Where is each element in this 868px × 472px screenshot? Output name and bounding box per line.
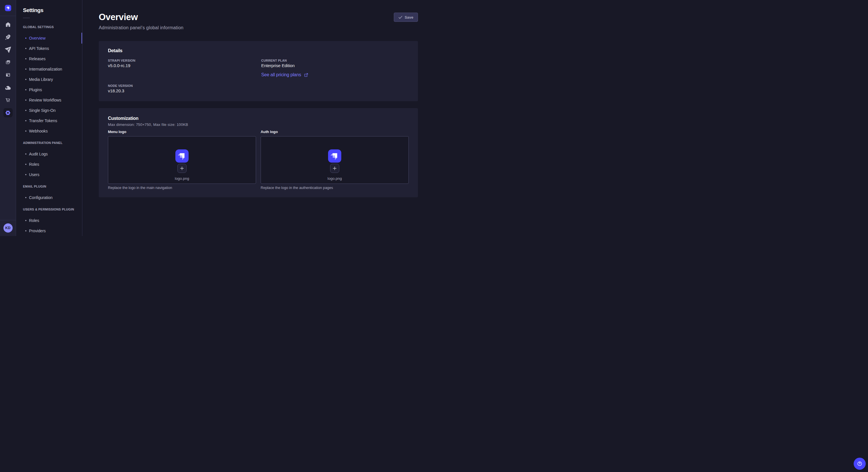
- menu-logo-input: logo.png: [108, 136, 256, 184]
- auth-logo-input: logo.png: [260, 136, 409, 184]
- plus-icon: [332, 166, 337, 171]
- subnav-item-providers[interactable]: Providers: [16, 226, 82, 236]
- subnav-item-label: Media Library: [29, 77, 53, 82]
- subnav-item-label: Review Workflows: [29, 98, 61, 102]
- bullet-icon: [25, 58, 26, 59]
- customization-card: Customization Max dimension: 750×750, Ma…: [99, 108, 418, 197]
- menu-logo-image: [175, 149, 189, 163]
- auth-logo-add-button[interactable]: [330, 164, 339, 173]
- bullet-icon: [25, 79, 26, 80]
- cloud-icon: [5, 86, 11, 90]
- subnav-item-transfer-tokens[interactable]: Transfer Tokens: [16, 115, 82, 126]
- subnav-item-label: Users: [29, 172, 39, 177]
- subnav-item-label: Internationalization: [29, 67, 62, 71]
- bullet-icon: [25, 38, 26, 39]
- subnav-sections: GLOBAL SETTINGSOverviewAPI TokensRelease…: [16, 25, 82, 236]
- subnav-item-label: Audit Logs: [29, 152, 48, 156]
- subnav-item-label: Single Sign-On: [29, 108, 56, 113]
- auth-logo-filename: logo.png: [261, 176, 408, 181]
- auth-logo-field: Auth logo logo.png Replace the logo in t…: [260, 129, 409, 191]
- bullet-icon: [25, 174, 26, 175]
- subnav-item-configuration[interactable]: Configuration: [16, 193, 82, 203]
- subnav-item-review-workflows[interactable]: Review Workflows: [16, 95, 82, 105]
- current-plan-label: CURRENT PLAN: [261, 58, 409, 63]
- bullet-icon: [25, 197, 26, 198]
- subnav-item-label: API Tokens: [29, 46, 49, 51]
- subnav-item-webhooks[interactable]: Webhooks: [16, 126, 82, 136]
- bullet-icon: [25, 120, 26, 121]
- subnav-item-single-sign-on[interactable]: Single Sign-On: [16, 105, 82, 115]
- layout-icon: [5, 72, 11, 77]
- customization-subtitle: Max dimension: 750×750, Max file size: 1…: [108, 122, 409, 128]
- save-button[interactable]: Save: [394, 12, 418, 22]
- subnav-item-internationalization[interactable]: Internationalization: [16, 64, 82, 74]
- save-label: Save: [405, 15, 413, 20]
- bullet-icon: [25, 230, 26, 231]
- subnav-section-label: GLOBAL SETTINGS: [16, 25, 82, 29]
- subnav-item-label: Overview: [29, 36, 45, 40]
- node-version-label: NODE VERSION: [108, 83, 255, 88]
- strapi-version-value: v5.0.0-rc.19: [108, 63, 255, 69]
- rail-bottom: KD: [0, 220, 16, 236]
- main-nav-rail: KD: [0, 0, 16, 236]
- details-grid: STRAPI VERSION v5.0.0-rc.19 CURRENT PLAN…: [108, 58, 409, 94]
- nav-cloud-button[interactable]: [3, 83, 12, 92]
- strapi-version-field: STRAPI VERSION v5.0.0-rc.19: [108, 58, 255, 78]
- current-plan-field: CURRENT PLAN Enterprise Edition See all …: [261, 58, 409, 78]
- menu-logo-add-button[interactable]: [177, 164, 187, 173]
- subnav-item-releases[interactable]: Releases: [16, 54, 82, 64]
- menu-logo-filename: logo.png: [108, 176, 256, 181]
- avatar[interactable]: KD: [3, 224, 12, 233]
- menu-logo-field: Menu logo logo.png Replace the logo in t…: [108, 129, 256, 191]
- subnav-item-media-library[interactable]: Media Library: [16, 74, 82, 85]
- subnav-item-plugins[interactable]: Plugins: [16, 85, 82, 95]
- node-version-value: v18.20.3: [108, 88, 255, 94]
- auth-logo-label: Auth logo: [260, 129, 409, 135]
- subnav-item-label: Webhooks: [29, 129, 48, 133]
- bullet-icon: [25, 100, 26, 101]
- subnav-item-label: Plugins: [29, 88, 42, 92]
- bullet-icon: [25, 69, 26, 70]
- nav-home-button[interactable]: [3, 20, 12, 29]
- details-card: Details STRAPI VERSION v5.0.0-rc.19 CURR…: [99, 41, 418, 101]
- subnav-item-api-tokens[interactable]: API Tokens: [16, 43, 82, 54]
- nav-deploy-button[interactable]: [3, 45, 12, 54]
- home-icon: [6, 22, 10, 27]
- main-content: Overview Save Administration panel’s glo…: [82, 0, 434, 236]
- nav-content-manager-button[interactable]: [3, 32, 12, 42]
- menu-logo-label: Menu logo: [108, 129, 256, 135]
- pricing-plans-link[interactable]: See all pricing plans: [261, 71, 308, 78]
- bullet-icon: [25, 110, 26, 111]
- subnav-section-label: ADMINISTRATION PANEL: [16, 140, 82, 145]
- cart-icon: [5, 98, 11, 103]
- subnav-item-roles[interactable]: Roles: [16, 215, 82, 226]
- plus-icon: [180, 166, 184, 171]
- auth-logo-hint: Replace the logo in the authentication p…: [260, 185, 409, 191]
- subnav-section-label: USERS & PERMISSIONS PLUGIN: [16, 207, 82, 212]
- nav-marketplace-button[interactable]: [3, 96, 12, 105]
- header-row: Overview Save: [99, 11, 418, 23]
- check-icon: [398, 16, 402, 19]
- strapi-version-label: STRAPI VERSION: [108, 58, 255, 63]
- page-subtitle: Administration panel’s global informatio…: [99, 24, 418, 31]
- subnav-item-label: Providers: [29, 229, 45, 233]
- subnav-item-users[interactable]: Users: [16, 169, 82, 180]
- subnav-item-overview[interactable]: Overview: [16, 33, 82, 43]
- details-title: Details: [108, 47, 409, 54]
- feather-icon: [5, 34, 11, 40]
- subnav-section: USERS & PERMISSIONS PLUGINRolesProviders: [16, 207, 82, 236]
- workplace-logo-wrap[interactable]: [0, 0, 16, 16]
- images-icon: [5, 60, 11, 65]
- bullet-icon: [25, 131, 26, 132]
- nav-content-type-builder-button[interactable]: [3, 70, 12, 79]
- subnav-item-label: Transfer Tokens: [29, 119, 57, 123]
- subnav-item-audit-logs[interactable]: Audit Logs: [16, 149, 82, 159]
- subnav-section: EMAIL PLUGINConfiguration: [16, 184, 82, 203]
- subnav-item-roles[interactable]: Roles: [16, 159, 82, 169]
- bullet-icon: [25, 48, 26, 49]
- nav-settings-button[interactable]: [3, 108, 12, 117]
- bullet-icon: [25, 154, 26, 155]
- subnav-title: Settings: [16, 7, 82, 14]
- paper-plane-icon: [5, 46, 11, 53]
- nav-media-library-button[interactable]: [3, 58, 12, 67]
